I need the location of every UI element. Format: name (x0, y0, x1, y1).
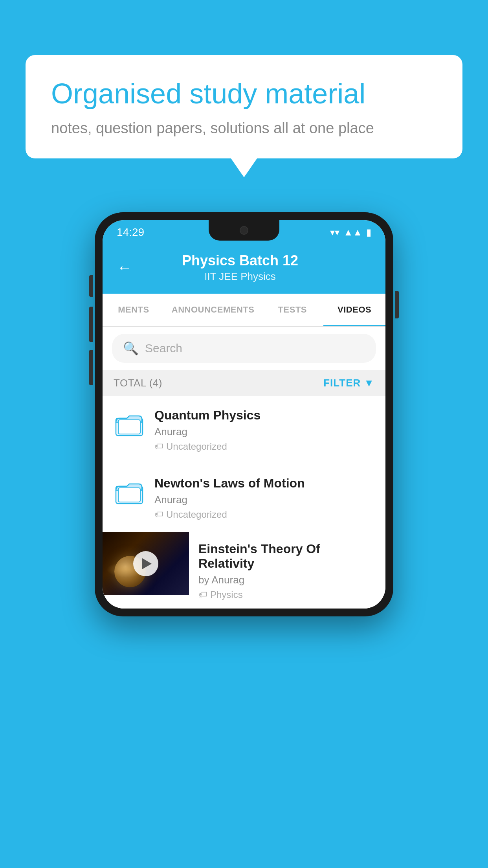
tab-ments[interactable]: MENTS (103, 294, 165, 326)
wifi-icon: ▾▾ (330, 227, 339, 238)
item-content: Quantum Physics Anurag 🏷 Uncategorized (154, 408, 374, 452)
battery-icon: ▮ (366, 227, 371, 238)
tag-icon: 🏷 (154, 441, 163, 452)
phone-frame: 14:29 ▾▾ ▲▲ ▮ ← Physics Batch 12 IIT JEE… (95, 212, 393, 616)
total-count-label: TOTAL (4) (114, 377, 162, 389)
item-tag: 🏷 Uncategorized (154, 509, 374, 520)
list-item-video[interactable]: Einstein's Theory Of Relativity by Anura… (103, 532, 385, 609)
app-header: ← Physics Batch 12 IIT JEE Physics (103, 245, 385, 294)
tag-icon: 🏷 (198, 590, 207, 600)
svg-rect-1 (118, 420, 140, 434)
folder-icon (115, 411, 143, 436)
folder-icon (115, 479, 143, 504)
phone-notch (209, 220, 279, 241)
content-list: Quantum Physics Anurag 🏷 Uncategorized (103, 396, 385, 609)
status-time: 14:29 (117, 226, 144, 239)
speech-bubble-subtitle: notes, question papers, solutions all at… (51, 120, 437, 137)
speech-bubble-container: Organised study material notes, question… (26, 55, 462, 158)
power-button (395, 291, 399, 318)
play-button[interactable] (133, 551, 158, 576)
item-author: by Anurag (198, 574, 376, 586)
tabs-bar: MENTS ANNOUNCEMENTS TESTS VIDEOS (103, 294, 385, 327)
tab-announcements[interactable]: ANNOUNCEMENTS (165, 294, 262, 326)
search-container: 🔍 Search (103, 327, 385, 370)
header-title: Physics Batch 12 (142, 252, 338, 269)
item-title: Einstein's Theory Of Relativity (198, 542, 376, 571)
item-title: Quantum Physics (154, 408, 374, 423)
search-placeholder: Search (145, 342, 182, 355)
list-item[interactable]: Quantum Physics Anurag 🏷 Uncategorized (103, 396, 385, 464)
search-input-wrapper[interactable]: 🔍 Search (112, 334, 376, 363)
header-subtitle: IIT JEE Physics (142, 270, 338, 283)
signal-icon: ▲▲ (343, 227, 362, 238)
phone-outer: 14:29 ▾▾ ▲▲ ▮ ← Physics Batch 12 IIT JEE… (95, 212, 393, 616)
filter-bar: TOTAL (4) FILTER ▼ (103, 370, 385, 396)
status-icons: ▾▾ ▲▲ ▮ (330, 227, 371, 238)
video-thumbnail (103, 532, 189, 595)
item-content: Newton's Laws of Motion Anurag 🏷 Uncateg… (154, 476, 374, 520)
item-tag: 🏷 Uncategorized (154, 441, 374, 452)
filter-button[interactable]: FILTER ▼ (323, 377, 374, 389)
item-author: Anurag (154, 494, 374, 506)
volume-up-button (89, 307, 93, 342)
back-button[interactable]: ← (117, 259, 132, 276)
filter-icon: ▼ (364, 377, 374, 389)
item-author: Anurag (154, 426, 374, 438)
folder-icon-wrapper (114, 476, 145, 508)
svg-rect-3 (118, 488, 140, 502)
silent-button (89, 275, 93, 297)
item-title: Newton's Laws of Motion (154, 476, 374, 491)
header-title-group: Physics Batch 12 IIT JEE Physics (142, 252, 338, 283)
tag-icon: 🏷 (154, 509, 163, 520)
item-content: Einstein's Theory Of Relativity by Anura… (189, 532, 385, 608)
play-icon (142, 558, 152, 569)
phone-screen: 14:29 ▾▾ ▲▲ ▮ ← Physics Batch 12 IIT JEE… (103, 220, 385, 609)
speech-bubble: Organised study material notes, question… (26, 55, 462, 158)
tab-tests[interactable]: TESTS (261, 294, 323, 326)
folder-icon-wrapper (114, 408, 145, 440)
tab-videos[interactable]: VIDEOS (323, 294, 385, 326)
front-camera (240, 226, 248, 235)
list-item[interactable]: Newton's Laws of Motion Anurag 🏷 Uncateg… (103, 464, 385, 532)
volume-down-button (89, 350, 93, 385)
search-icon: 🔍 (123, 341, 139, 356)
speech-bubble-title: Organised study material (51, 77, 437, 110)
item-tag: 🏷 Physics (198, 589, 376, 600)
